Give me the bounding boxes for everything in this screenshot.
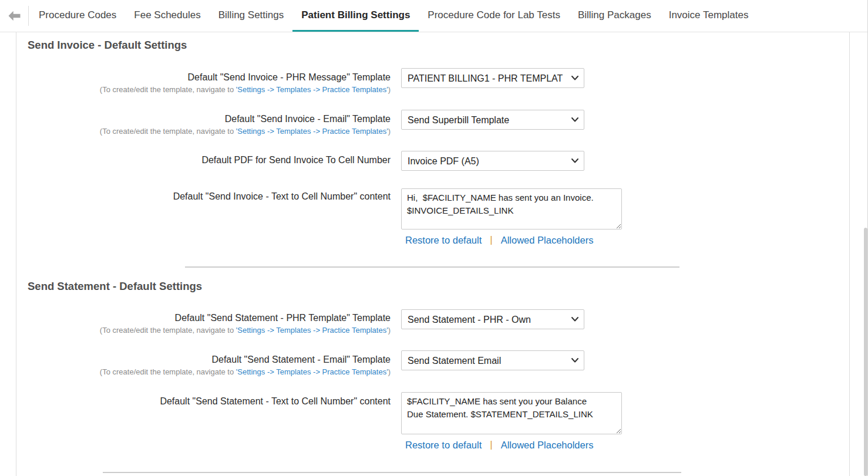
note-prefix: (To create/edit the template, navigate t… [100,367,236,376]
panel-right-border [849,32,850,476]
invoice-pdf-select[interactable]: Invoice PDF (A5) [401,151,584,171]
statement-email-template-label: Default "Send Statement - Email" Templat… [26,355,391,365]
section-divider [185,266,679,268]
settings-templates-link[interactable]: 'Settings -> Templates -> Practice Templ… [236,127,388,136]
statement-email-template-select-wrap: Send Statement Email [401,350,584,370]
invoice-phr-template-label: Default "Send Invoice - PHR Message" Tem… [26,72,391,83]
invoice-email-template-label: Default "Send Invoice - Email" Template [26,114,391,124]
statement-text-content-textarea[interactable]: $FACILITY_NAME has sent you your Balance… [401,392,622,434]
statement-phr-template-label: Default "Send Statement - PHR Template" … [26,313,391,323]
statement-phr-template-select-wrap: Send Statement - PHR - Own [401,309,584,329]
links-separator: | [490,234,492,246]
settings-templates-link[interactable]: 'Settings -> Templates -> Practice Templ… [236,326,388,335]
invoice-allowed-placeholders-link[interactable]: Allowed Placeholders [501,235,594,246]
invoice-email-template-note: (To create/edit the template, navigate t… [15,127,391,136]
top-tab-bar: Procedure Codes Fee Schedules Billing Se… [0,0,868,32]
note-suffix: ) [388,127,391,136]
statement-section-title: Send Statement - Default Settings [28,280,202,293]
tab-fee-schedules[interactable]: Fee Schedules [125,0,209,32]
statement-allowed-placeholders-link[interactable]: Allowed Placeholders [501,440,594,451]
note-suffix: ) [388,367,391,376]
settings-templates-link[interactable]: 'Settings -> Templates -> Practice Templ… [236,367,388,376]
back-arrow-icon [8,10,21,22]
back-button[interactable] [0,0,28,32]
invoice-pdf-label: Default PDF for Send Invoice To Cell Num… [26,155,391,166]
statement-links-row: Restore to default | Allowed Placeholder… [405,439,593,451]
tab-billing-settings[interactable]: Billing Settings [210,0,293,32]
tab-patient-billing-settings[interactable]: Patient Billing Settings [292,0,419,32]
tab-invoice-templates[interactable]: Invoice Templates [660,0,758,32]
statement-restore-to-default-link[interactable]: Restore to default [405,440,482,451]
invoice-links-row: Restore to default | Allowed Placeholder… [405,234,593,246]
invoice-pdf-select-wrap: Invoice PDF (A5) [401,151,584,171]
nav-divider [28,6,29,26]
invoice-phr-template-select-wrap: PATIENT BILLING1 - PHR TEMPLAT [401,68,584,88]
tab-procedure-code-for-lab-tests[interactable]: Procedure Code for Lab Tests [419,0,569,32]
tab-procedure-codes[interactable]: Procedure Codes [30,0,125,32]
note-prefix: (To create/edit the template, navigate t… [100,85,236,94]
invoice-phr-template-note: (To create/edit the template, navigate t… [15,85,391,94]
invoice-text-content-label: Default "Send Invoice - Text to Cell Num… [26,191,391,202]
invoice-email-template-select[interactable]: Send Superbill Template [401,110,584,130]
statement-email-template-select[interactable]: Send Statement Email [401,350,584,370]
invoice-email-template-select-wrap: Send Superbill Template [401,110,584,130]
patient-billing-settings-page: Procedure Codes Fee Schedules Billing Se… [0,0,868,476]
links-separator: | [490,439,492,451]
statement-phr-template-note: (To create/edit the template, navigate t… [15,326,391,335]
bottom-divider [103,472,681,473]
note-prefix: (To create/edit the template, navigate t… [100,127,236,136]
statement-phr-template-select[interactable]: Send Statement - PHR - Own [401,309,584,329]
invoice-phr-template-select[interactable]: PATIENT BILLING1 - PHR TEMPLAT [401,68,584,88]
invoice-section-title: Send Invoice - Default Settings [28,39,187,52]
statement-text-content-label: Default "Send Statement - Text to Cell N… [26,396,391,407]
vertical-scrollbar-thumb[interactable] [864,228,867,476]
tabs-container: Procedure Codes Fee Schedules Billing Se… [30,0,757,32]
invoice-text-content-textarea[interactable]: Hi, $FACILITY_NAME has sent you an Invoi… [401,188,622,229]
tab-billing-packages[interactable]: Billing Packages [569,0,660,32]
statement-email-template-note: (To create/edit the template, navigate t… [15,367,391,376]
note-suffix: ) [388,85,391,94]
settings-templates-link[interactable]: 'Settings -> Templates -> Practice Templ… [236,85,388,94]
invoice-restore-to-default-link[interactable]: Restore to default [405,235,482,246]
panel-left-border [16,32,16,476]
note-prefix: (To create/edit the template, navigate t… [100,326,236,335]
note-suffix: ) [388,326,391,335]
